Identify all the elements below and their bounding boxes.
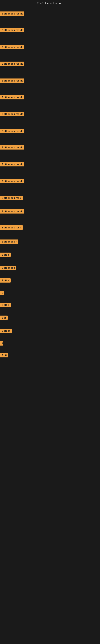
bottleneck-badge-20[interactable]: Bottle [0, 303, 11, 307]
site-title: TheBottlenecker.com [0, 0, 100, 6]
result-row-12: Bottleneck resu [0, 196, 100, 201]
bottleneck-badge-16[interactable]: Bottle [0, 252, 11, 257]
bottleneck-badge-6[interactable]: Bottleneck result [0, 95, 24, 100]
result-row-16: Bottle [0, 252, 100, 258]
results-container: Bottleneck resultBottleneck resultBottle… [0, 12, 100, 358]
result-row-9: Bottleneck result [0, 145, 100, 150]
result-row-5: Bottleneck result [0, 78, 100, 84]
bottleneck-badge-3[interactable]: Bottleneck result [0, 45, 24, 49]
bottleneck-badge-1[interactable]: Bottleneck result [0, 12, 24, 16]
bottleneck-badge-21[interactable]: Bot [0, 316, 8, 320]
result-row-24: Bott [0, 353, 100, 358]
result-row-11: Bottleneck result [0, 179, 100, 184]
bottleneck-badge-23[interactable]: B [0, 341, 3, 346]
bottleneck-badge-11[interactable]: Bottleneck result [0, 179, 24, 183]
bottleneck-badge-5[interactable]: Bottleneck result [0, 78, 24, 83]
bottleneck-badge-17[interactable]: Bottleneck [0, 266, 16, 270]
bottleneck-badge-12[interactable]: Bottleneck resu [0, 196, 23, 200]
result-row-2: Bottleneck result [0, 28, 100, 33]
result-row-19: B [0, 291, 100, 296]
result-row-17: Bottleneck [0, 266, 100, 271]
bottleneck-badge-10[interactable]: Bottleneck result [0, 162, 24, 166]
result-row-6: Bottleneck result [0, 95, 100, 100]
result-row-3: Bottleneck result [0, 45, 100, 50]
bottleneck-badge-15[interactable]: Bottleneck r [0, 240, 18, 244]
bottleneck-badge-13[interactable]: Bottleneck result [0, 209, 24, 214]
bottleneck-badge-18[interactable]: Bottle [0, 278, 11, 282]
site-header: TheBottlenecker.com [0, 0, 100, 6]
bottleneck-badge-2[interactable]: Bottleneck result [0, 28, 24, 32]
result-row-7: Bottleneck result [0, 112, 100, 117]
result-row-15: Bottleneck r [0, 240, 100, 244]
result-row-21: Bot [0, 316, 100, 320]
bottleneck-badge-14[interactable]: Bottleneck resu [0, 226, 23, 230]
bottleneck-badge-24[interactable]: Bott [0, 353, 8, 358]
result-row-8: Bottleneck result [0, 129, 100, 134]
bottleneck-badge-22[interactable]: Bottlen [0, 329, 12, 333]
bottleneck-badge-7[interactable]: Bottleneck result [0, 112, 24, 116]
result-row-20: Bottle [0, 303, 100, 308]
bottleneck-badge-8[interactable]: Bottleneck result [0, 129, 24, 133]
result-row-14: Bottleneck resu [0, 226, 100, 230]
result-row-18: Bottle [0, 278, 100, 283]
result-row-23: B [0, 341, 100, 346]
result-row-10: Bottleneck result [0, 162, 100, 167]
result-row-22: Bottlen [0, 329, 100, 334]
result-row-1: Bottleneck result [0, 12, 100, 16]
result-row-13: Bottleneck result [0, 209, 100, 214]
bottleneck-badge-9[interactable]: Bottleneck result [0, 145, 24, 150]
bottleneck-badge-4[interactable]: Bottleneck result [0, 62, 24, 66]
result-row-4: Bottleneck result [0, 62, 100, 66]
bottleneck-badge-19[interactable]: B [0, 291, 4, 295]
